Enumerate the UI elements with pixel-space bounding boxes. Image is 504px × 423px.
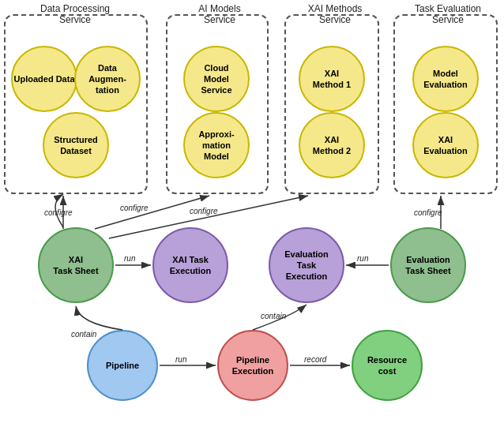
uploaded-data-circle: Uploaded Data <box>11 46 77 112</box>
diagram: Data ProcessingService AI ModelsService … <box>0 0 504 423</box>
cloud-model-service-circle: CloudModelService <box>183 46 250 112</box>
configre-label-2: configre <box>120 204 149 212</box>
evaluation-task-sheet-circle: EvaluationTask Sheet <box>390 227 466 303</box>
xai-method-2-circle: XAIMethod 2 <box>299 112 365 178</box>
pipeline-execution-circle: PipelineExecution <box>217 330 288 401</box>
data-processing-label: Data ProcessingService <box>20 3 130 25</box>
xai-method-1-circle: XAIMethod 1 <box>299 46 365 112</box>
run-pipeline-label: run <box>175 355 186 364</box>
resource-cost-circle: Resourcecost <box>352 330 423 401</box>
configre-label-1: configre <box>44 208 73 217</box>
approximation-model-circle: Approxi-mationModel <box>183 112 250 178</box>
xai-evaluation-circle: XAIEvaluation <box>412 112 479 178</box>
ai-models-label: AI ModelsService <box>180 3 259 25</box>
task-evaluation-label: Task EvaluationService <box>397 3 499 25</box>
evaluation-task-execution-circle: EvaluationTaskExecution <box>269 227 344 303</box>
pipeline-circle: Pipeline <box>87 330 158 401</box>
configre-label-3: configre <box>190 207 218 215</box>
xai-task-sheet-circle: XAITask Sheet <box>38 227 114 303</box>
structured-dataset-circle: StructuredDataset <box>43 112 109 178</box>
xai-methods-label: XAI MethodsService <box>292 3 378 25</box>
contain-label-2: contain <box>261 312 286 320</box>
model-evaluation-circle: ModelEvaluation <box>412 46 479 112</box>
xai-task-execution-circle: XAI TaskExecution <box>152 227 228 303</box>
run-label-2: run <box>357 254 368 263</box>
record-label: record <box>304 355 326 364</box>
run-label-1: run <box>124 254 135 263</box>
data-augmentation-circle: DataAugmen-tation <box>74 46 141 112</box>
configre-label-4: configre <box>414 208 442 217</box>
contain-label-1: contain <box>71 330 96 339</box>
